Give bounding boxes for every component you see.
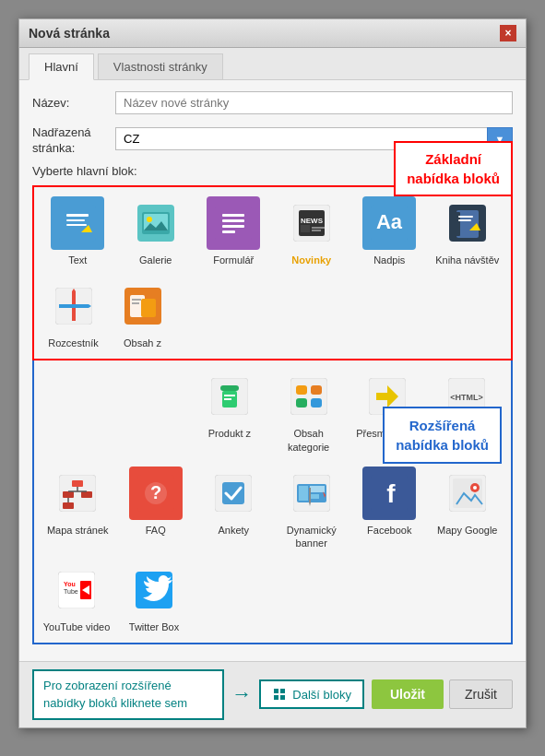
cancel-button[interactable]: Zrušit bbox=[449, 679, 513, 709]
polls-icon bbox=[207, 467, 260, 520]
banner-icon bbox=[285, 467, 338, 520]
block-polls[interactable]: Ankety bbox=[195, 463, 272, 554]
block-twitter-label: Twitter Box bbox=[129, 620, 179, 633]
block-twitter[interactable]: Twitter Box bbox=[117, 560, 191, 637]
block-maps[interactable]: Mapy Google bbox=[430, 463, 506, 554]
product-icon bbox=[203, 370, 256, 423]
block-youtube[interactable]: YouTube YouTube video bbox=[40, 560, 113, 637]
block-maps-label: Mapy Google bbox=[437, 524, 497, 537]
faq-icon: ? bbox=[129, 467, 183, 520]
block-facebook[interactable]: f Facebook bbox=[351, 463, 428, 554]
block-heading[interactable]: Aa Nadpis bbox=[351, 193, 428, 270]
block-gallery-label: Galerie bbox=[139, 254, 172, 266]
twitter-icon bbox=[127, 563, 181, 617]
svg-rect-42 bbox=[224, 395, 235, 396]
callout-teal: Pro zobrazení rozšířené nabídky bloků kl… bbox=[32, 669, 224, 720]
name-input[interactable] bbox=[115, 91, 513, 114]
main-content: Název: Nadřazená stránka: CZ ▼ Vyberte h… bbox=[19, 80, 526, 661]
svg-rect-1 bbox=[66, 214, 89, 217]
block-heading-label: Nadpis bbox=[373, 254, 405, 266]
block-youtube-label: YouTube video bbox=[43, 620, 111, 633]
block-content[interactable]: Obsah z bbox=[109, 276, 176, 353]
block-category-label: Obsah kategorie bbox=[272, 427, 346, 454]
tab-vlastnosti[interactable]: Vlastnosti stránky bbox=[98, 53, 223, 79]
extended-blocks-outline: Rozšířenánabídka bloků Produkt z bbox=[32, 360, 513, 644]
svg-rect-18 bbox=[301, 225, 310, 232]
svg-text:Aa: Aa bbox=[376, 210, 403, 233]
svg-text:?: ? bbox=[150, 482, 161, 502]
svg-rect-70 bbox=[310, 486, 325, 492]
block-crossroads[interactable]: Rozcestník bbox=[40, 276, 107, 353]
sitemap-icon bbox=[51, 467, 104, 520]
new-page-dialog: Nová stránka × Hlavní Vlastnosti stránky… bbox=[18, 18, 527, 728]
maps-icon bbox=[441, 467, 494, 520]
tabs-container: Hlavní Vlastnosti stránky bbox=[19, 48, 526, 80]
block-faq-label: FAQ bbox=[146, 524, 166, 537]
svg-point-8 bbox=[147, 217, 152, 222]
svg-rect-47 bbox=[296, 398, 307, 408]
block-form-label: Formulář bbox=[213, 254, 254, 266]
svg-text:<HTML>: <HTML> bbox=[450, 393, 483, 402]
svg-rect-2 bbox=[66, 219, 85, 221]
youtube-icon: YouTube bbox=[50, 563, 103, 617]
block-category[interactable]: Obsah kategorie bbox=[270, 366, 348, 457]
svg-rect-3 bbox=[66, 224, 87, 226]
svg-rect-25 bbox=[455, 212, 460, 236]
crossroads-icon bbox=[47, 279, 101, 333]
svg-rect-31 bbox=[59, 304, 89, 308]
svg-rect-46 bbox=[311, 385, 322, 395]
bottom-bar: Pro zobrazení rozšířené nabídky bloků kl… bbox=[19, 661, 526, 727]
svg-rect-38 bbox=[132, 302, 139, 304]
facebook-icon: f bbox=[362, 467, 416, 520]
block-news[interactable]: NEWS Novinky bbox=[274, 193, 350, 270]
block-sitemap[interactable]: Mapa stránek bbox=[40, 463, 116, 554]
bottom-left: Pro zobrazení rozšířené nabídky bloků kl… bbox=[32, 669, 364, 720]
svg-rect-89 bbox=[274, 695, 278, 700]
block-guestbook[interactable]: Kniha návštěv bbox=[430, 193, 506, 270]
svg-text:You: You bbox=[64, 581, 76, 587]
block-product[interactable]: Produkt z bbox=[191, 366, 268, 457]
block-crossroads-label: Rozcestník bbox=[48, 337, 98, 349]
save-button[interactable]: Uložit bbox=[372, 679, 444, 709]
blocks-row2-left: Rozcestník Obsah z bbox=[40, 276, 176, 353]
svg-rect-43 bbox=[224, 398, 231, 400]
content-icon bbox=[116, 279, 170, 333]
svg-rect-87 bbox=[274, 689, 278, 693]
svg-text:Tube: Tube bbox=[64, 588, 78, 595]
more-blocks-button[interactable]: Další bloky bbox=[259, 679, 364, 709]
svg-rect-71 bbox=[310, 494, 319, 499]
block-banner-label: Dynamický banner bbox=[276, 524, 349, 550]
block-banner[interactable]: Dynamický banner bbox=[274, 463, 350, 554]
svg-text:f: f bbox=[387, 479, 397, 508]
close-button[interactable]: × bbox=[500, 25, 516, 41]
form-icon bbox=[207, 196, 260, 250]
block-text-label: Text bbox=[68, 254, 87, 266]
block-facebook-label: Facebook bbox=[367, 524, 411, 537]
blocks-section: Základnínabídka bloků Text bbox=[32, 185, 513, 644]
block-guestbook-label: Kniha návštěv bbox=[435, 254, 499, 266]
block-faq[interactable]: ? FAQ bbox=[118, 463, 195, 554]
block-sitemap-label: Mapa stránek bbox=[47, 524, 109, 537]
svg-rect-11 bbox=[222, 214, 244, 217]
svg-rect-36 bbox=[141, 299, 156, 317]
block-product-label: Produkt z bbox=[208, 427, 251, 440]
name-label: Název: bbox=[32, 96, 115, 110]
block-polls-label: Ankety bbox=[218, 524, 249, 537]
svg-text:NEWS: NEWS bbox=[301, 217, 324, 225]
tab-hlavni[interactable]: Hlavní bbox=[29, 53, 94, 80]
callout-blue: Rozšířenánabídka bloků bbox=[383, 407, 502, 464]
svg-rect-56 bbox=[81, 491, 92, 498]
block-text[interactable]: Text bbox=[40, 193, 116, 270]
svg-rect-13 bbox=[222, 225, 244, 228]
callout-red: Základnínabídka bloků bbox=[394, 141, 513, 196]
more-blocks-icon bbox=[272, 687, 287, 702]
parent-label: Nadřazená stránka: bbox=[32, 122, 115, 157]
block-gallery[interactable]: Galerie bbox=[118, 193, 195, 270]
svg-rect-27 bbox=[458, 219, 471, 221]
block-form[interactable]: Formulář bbox=[195, 193, 272, 270]
svg-rect-69 bbox=[299, 486, 308, 501]
blocks-row4: YouTube YouTube video Twitter Box bbox=[40, 560, 505, 637]
action-buttons: Uložit Zrušit bbox=[372, 679, 513, 709]
block-content-label: Obsah z bbox=[124, 337, 161, 349]
svg-point-80 bbox=[473, 486, 477, 490]
